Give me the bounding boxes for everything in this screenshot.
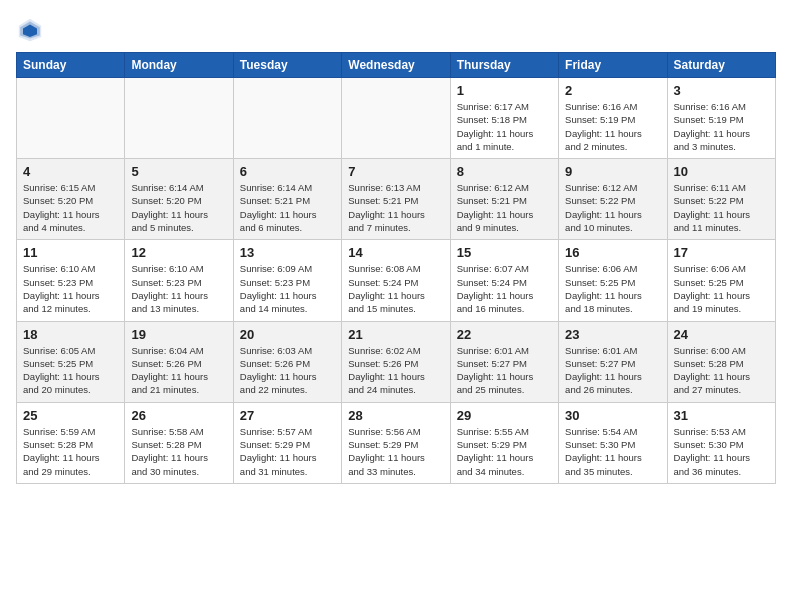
day-info: Sunrise: 6:06 AM Sunset: 5:25 PM Dayligh… bbox=[674, 262, 769, 315]
week-row-5: 25Sunrise: 5:59 AM Sunset: 5:28 PM Dayli… bbox=[17, 402, 776, 483]
day-info: Sunrise: 5:53 AM Sunset: 5:30 PM Dayligh… bbox=[674, 425, 769, 478]
header-saturday: Saturday bbox=[667, 53, 775, 78]
day-cell-w2-d4: 7Sunrise: 6:13 AM Sunset: 5:21 PM Daylig… bbox=[342, 159, 450, 240]
day-number: 10 bbox=[674, 164, 769, 179]
day-number: 7 bbox=[348, 164, 443, 179]
day-cell-w3-d3: 13Sunrise: 6:09 AM Sunset: 5:23 PM Dayli… bbox=[233, 240, 341, 321]
day-number: 14 bbox=[348, 245, 443, 260]
day-info: Sunrise: 6:14 AM Sunset: 5:21 PM Dayligh… bbox=[240, 181, 335, 234]
day-number: 29 bbox=[457, 408, 552, 423]
day-cell-w1-d6: 2Sunrise: 6:16 AM Sunset: 5:19 PM Daylig… bbox=[559, 78, 667, 159]
day-info: Sunrise: 6:10 AM Sunset: 5:23 PM Dayligh… bbox=[23, 262, 118, 315]
header-row: Sunday Monday Tuesday Wednesday Thursday… bbox=[17, 53, 776, 78]
day-cell-w2-d1: 4Sunrise: 6:15 AM Sunset: 5:20 PM Daylig… bbox=[17, 159, 125, 240]
day-number: 19 bbox=[131, 327, 226, 342]
day-cell-w2-d2: 5Sunrise: 6:14 AM Sunset: 5:20 PM Daylig… bbox=[125, 159, 233, 240]
day-info: Sunrise: 6:16 AM Sunset: 5:19 PM Dayligh… bbox=[674, 100, 769, 153]
header-tuesday: Tuesday bbox=[233, 53, 341, 78]
day-info: Sunrise: 6:08 AM Sunset: 5:24 PM Dayligh… bbox=[348, 262, 443, 315]
day-cell-w4-d6: 23Sunrise: 6:01 AM Sunset: 5:27 PM Dayli… bbox=[559, 321, 667, 402]
day-info: Sunrise: 6:00 AM Sunset: 5:28 PM Dayligh… bbox=[674, 344, 769, 397]
header-thursday: Thursday bbox=[450, 53, 558, 78]
day-info: Sunrise: 6:14 AM Sunset: 5:20 PM Dayligh… bbox=[131, 181, 226, 234]
day-info: Sunrise: 6:01 AM Sunset: 5:27 PM Dayligh… bbox=[565, 344, 660, 397]
day-number: 5 bbox=[131, 164, 226, 179]
day-number: 8 bbox=[457, 164, 552, 179]
week-row-3: 11Sunrise: 6:10 AM Sunset: 5:23 PM Dayli… bbox=[17, 240, 776, 321]
day-info: Sunrise: 6:05 AM Sunset: 5:25 PM Dayligh… bbox=[23, 344, 118, 397]
day-cell-w2-d6: 9Sunrise: 6:12 AM Sunset: 5:22 PM Daylig… bbox=[559, 159, 667, 240]
day-info: Sunrise: 6:15 AM Sunset: 5:20 PM Dayligh… bbox=[23, 181, 118, 234]
header bbox=[16, 16, 776, 44]
day-number: 11 bbox=[23, 245, 118, 260]
week-row-2: 4Sunrise: 6:15 AM Sunset: 5:20 PM Daylig… bbox=[17, 159, 776, 240]
day-cell-w5-d3: 27Sunrise: 5:57 AM Sunset: 5:29 PM Dayli… bbox=[233, 402, 341, 483]
day-cell-w2-d3: 6Sunrise: 6:14 AM Sunset: 5:21 PM Daylig… bbox=[233, 159, 341, 240]
day-cell-w3-d5: 15Sunrise: 6:07 AM Sunset: 5:24 PM Dayli… bbox=[450, 240, 558, 321]
day-number: 20 bbox=[240, 327, 335, 342]
header-monday: Monday bbox=[125, 53, 233, 78]
day-number: 18 bbox=[23, 327, 118, 342]
day-number: 17 bbox=[674, 245, 769, 260]
week-row-4: 18Sunrise: 6:05 AM Sunset: 5:25 PM Dayli… bbox=[17, 321, 776, 402]
day-info: Sunrise: 5:59 AM Sunset: 5:28 PM Dayligh… bbox=[23, 425, 118, 478]
day-cell-w4-d2: 19Sunrise: 6:04 AM Sunset: 5:26 PM Dayli… bbox=[125, 321, 233, 402]
day-info: Sunrise: 6:07 AM Sunset: 5:24 PM Dayligh… bbox=[457, 262, 552, 315]
day-number: 25 bbox=[23, 408, 118, 423]
day-number: 23 bbox=[565, 327, 660, 342]
day-cell-w3-d2: 12Sunrise: 6:10 AM Sunset: 5:23 PM Dayli… bbox=[125, 240, 233, 321]
header-wednesday: Wednesday bbox=[342, 53, 450, 78]
day-info: Sunrise: 6:02 AM Sunset: 5:26 PM Dayligh… bbox=[348, 344, 443, 397]
day-number: 1 bbox=[457, 83, 552, 98]
day-number: 9 bbox=[565, 164, 660, 179]
day-cell-w1-d4 bbox=[342, 78, 450, 159]
day-number: 31 bbox=[674, 408, 769, 423]
day-info: Sunrise: 5:55 AM Sunset: 5:29 PM Dayligh… bbox=[457, 425, 552, 478]
day-info: Sunrise: 5:57 AM Sunset: 5:29 PM Dayligh… bbox=[240, 425, 335, 478]
logo-icon bbox=[16, 16, 44, 44]
day-info: Sunrise: 6:06 AM Sunset: 5:25 PM Dayligh… bbox=[565, 262, 660, 315]
day-number: 26 bbox=[131, 408, 226, 423]
day-number: 15 bbox=[457, 245, 552, 260]
day-number: 24 bbox=[674, 327, 769, 342]
day-number: 16 bbox=[565, 245, 660, 260]
day-cell-w4-d7: 24Sunrise: 6:00 AM Sunset: 5:28 PM Dayli… bbox=[667, 321, 775, 402]
day-info: Sunrise: 6:16 AM Sunset: 5:19 PM Dayligh… bbox=[565, 100, 660, 153]
day-number: 12 bbox=[131, 245, 226, 260]
day-cell-w5-d2: 26Sunrise: 5:58 AM Sunset: 5:28 PM Dayli… bbox=[125, 402, 233, 483]
day-info: Sunrise: 6:01 AM Sunset: 5:27 PM Dayligh… bbox=[457, 344, 552, 397]
week-row-1: 1Sunrise: 6:17 AM Sunset: 5:18 PM Daylig… bbox=[17, 78, 776, 159]
day-number: 13 bbox=[240, 245, 335, 260]
day-number: 22 bbox=[457, 327, 552, 342]
day-cell-w1-d2 bbox=[125, 78, 233, 159]
day-cell-w5-d6: 30Sunrise: 5:54 AM Sunset: 5:30 PM Dayli… bbox=[559, 402, 667, 483]
day-info: Sunrise: 5:58 AM Sunset: 5:28 PM Dayligh… bbox=[131, 425, 226, 478]
day-info: Sunrise: 6:12 AM Sunset: 5:22 PM Dayligh… bbox=[565, 181, 660, 234]
day-info: Sunrise: 6:10 AM Sunset: 5:23 PM Dayligh… bbox=[131, 262, 226, 315]
day-cell-w5-d5: 29Sunrise: 5:55 AM Sunset: 5:29 PM Dayli… bbox=[450, 402, 558, 483]
day-info: Sunrise: 6:04 AM Sunset: 5:26 PM Dayligh… bbox=[131, 344, 226, 397]
day-info: Sunrise: 6:13 AM Sunset: 5:21 PM Dayligh… bbox=[348, 181, 443, 234]
day-cell-w1-d1 bbox=[17, 78, 125, 159]
day-info: Sunrise: 6:17 AM Sunset: 5:18 PM Dayligh… bbox=[457, 100, 552, 153]
day-cell-w3-d6: 16Sunrise: 6:06 AM Sunset: 5:25 PM Dayli… bbox=[559, 240, 667, 321]
day-cell-w2-d5: 8Sunrise: 6:12 AM Sunset: 5:21 PM Daylig… bbox=[450, 159, 558, 240]
day-number: 3 bbox=[674, 83, 769, 98]
day-cell-w4-d3: 20Sunrise: 6:03 AM Sunset: 5:26 PM Dayli… bbox=[233, 321, 341, 402]
day-number: 27 bbox=[240, 408, 335, 423]
day-cell-w1-d5: 1Sunrise: 6:17 AM Sunset: 5:18 PM Daylig… bbox=[450, 78, 558, 159]
day-info: Sunrise: 5:54 AM Sunset: 5:30 PM Dayligh… bbox=[565, 425, 660, 478]
day-number: 28 bbox=[348, 408, 443, 423]
day-cell-w5-d1: 25Sunrise: 5:59 AM Sunset: 5:28 PM Dayli… bbox=[17, 402, 125, 483]
calendar-table: Sunday Monday Tuesday Wednesday Thursday… bbox=[16, 52, 776, 484]
day-number: 21 bbox=[348, 327, 443, 342]
day-cell-w5-d7: 31Sunrise: 5:53 AM Sunset: 5:30 PM Dayli… bbox=[667, 402, 775, 483]
day-info: Sunrise: 6:09 AM Sunset: 5:23 PM Dayligh… bbox=[240, 262, 335, 315]
day-info: Sunrise: 6:11 AM Sunset: 5:22 PM Dayligh… bbox=[674, 181, 769, 234]
day-number: 6 bbox=[240, 164, 335, 179]
day-number: 2 bbox=[565, 83, 660, 98]
day-cell-w4-d4: 21Sunrise: 6:02 AM Sunset: 5:26 PM Dayli… bbox=[342, 321, 450, 402]
day-info: Sunrise: 6:12 AM Sunset: 5:21 PM Dayligh… bbox=[457, 181, 552, 234]
day-cell-w3-d4: 14Sunrise: 6:08 AM Sunset: 5:24 PM Dayli… bbox=[342, 240, 450, 321]
calendar-body: 1Sunrise: 6:17 AM Sunset: 5:18 PM Daylig… bbox=[17, 78, 776, 484]
